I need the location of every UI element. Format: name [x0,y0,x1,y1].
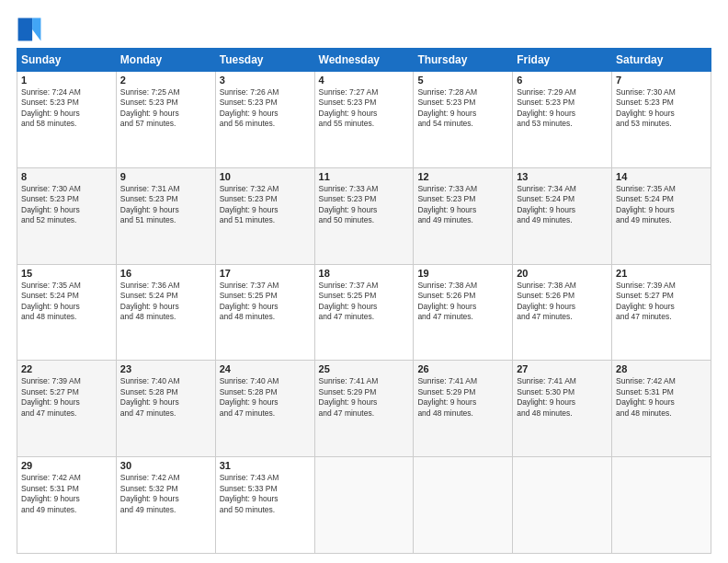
day-number: 30 [120,460,211,471]
sunset-label: Sunset: 5:23 PM [120,194,178,203]
calendar-cell: 12 Sunrise: 7:33 AM Sunset: 5:23 PM Dayl… [414,167,513,264]
day-info: Sunrise: 7:37 AM Sunset: 5:25 PM Dayligh… [319,281,410,323]
sunset-label: Sunset: 5:33 PM [220,484,278,493]
day-number: 20 [517,268,608,279]
sunset-label: Sunset: 5:23 PM [21,194,79,203]
day-number: 24 [220,363,311,374]
day-info: Sunrise: 7:37 AM Sunset: 5:25 PM Dayligh… [220,281,311,323]
daylight-label: Daylight: 9 hours [120,397,179,407]
daylight-minutes: and 48 minutes. [120,312,176,321]
daylight-label: Daylight: 9 hours [220,109,279,118]
calendar-cell: 16 Sunrise: 7:36 AM Sunset: 5:24 PM Dayl… [116,264,215,361]
day-number: 14 [616,171,707,182]
header-cell-wednesday: Wednesday [314,49,414,72]
calendar-cell: 30 Sunrise: 7:42 AM Sunset: 5:32 PM Dayl… [116,457,215,554]
daylight-label: Daylight: 9 hours [319,205,378,214]
sunset-label: Sunset: 5:23 PM [319,98,377,107]
daylight-label: Daylight: 9 hours [517,397,575,407]
sunset-label: Sunset: 5:27 PM [616,291,674,300]
sunset-label: Sunset: 5:28 PM [120,387,178,396]
daylight-minutes: and 47 minutes. [120,408,176,418]
sunset-label: Sunset: 5:24 PM [517,194,574,203]
sunrise-label: Sunrise: 7:29 AM [517,87,576,97]
calendar-cell: 9 Sunrise: 7:31 AM Sunset: 5:23 PM Dayli… [116,167,215,264]
day-number: 31 [220,460,311,471]
day-info: Sunrise: 7:41 AM Sunset: 5:29 PM Dayligh… [319,376,410,419]
sunset-label: Sunset: 5:31 PM [21,484,79,493]
daylight-minutes: and 48 minutes. [220,312,275,321]
day-info: Sunrise: 7:36 AM Sunset: 5:24 PM Dayligh… [120,281,211,323]
daylight-minutes: and 48 minutes. [21,312,76,321]
daylight-minutes: and 47 minutes. [220,408,275,418]
day-number: 18 [319,268,410,279]
header [17,17,711,42]
sunset-label: Sunset: 5:28 PM [220,387,278,396]
calendar-body: 1 Sunrise: 7:24 AM Sunset: 5:23 PM Dayli… [17,72,711,554]
day-info: Sunrise: 7:32 AM Sunset: 5:23 PM Dayligh… [220,184,311,226]
day-number: 28 [616,363,707,374]
daylight-label: Daylight: 9 hours [120,302,179,311]
daylight-minutes: and 49 minutes. [616,215,671,224]
day-info: Sunrise: 7:25 AM Sunset: 5:23 PM Dayligh… [120,87,211,130]
calendar-week-1: 1 Sunrise: 7:24 AM Sunset: 5:23 PM Dayli… [17,72,711,168]
calendar-cell: 29 Sunrise: 7:42 AM Sunset: 5:31 PM Dayl… [17,457,117,554]
daylight-minutes: and 58 minutes. [21,119,76,128]
sunrise-label: Sunrise: 7:41 AM [417,376,477,385]
calendar-cell: 15 Sunrise: 7:35 AM Sunset: 5:24 PM Dayl… [17,264,117,361]
daylight-label: Daylight: 9 hours [319,302,378,311]
sunrise-label: Sunrise: 7:26 AM [220,87,279,97]
daylight-label: Daylight: 9 hours [616,302,675,311]
header-cell-saturday: Saturday [612,49,711,72]
day-number: 17 [220,268,311,279]
day-info: Sunrise: 7:30 AM Sunset: 5:23 PM Dayligh… [616,87,707,130]
daylight-minutes: and 53 minutes. [616,119,671,128]
sunrise-label: Sunrise: 7:24 AM [21,87,81,97]
daylight-label: Daylight: 9 hours [417,302,476,311]
daylight-label: Daylight: 9 hours [616,109,675,118]
sunrise-label: Sunrise: 7:34 AM [517,184,576,193]
day-number: 12 [417,171,508,182]
day-info: Sunrise: 7:42 AM Sunset: 5:32 PM Dayligh… [120,473,211,515]
daylight-label: Daylight: 9 hours [517,109,575,118]
sunrise-label: Sunrise: 7:35 AM [616,184,676,193]
day-info: Sunrise: 7:34 AM Sunset: 5:24 PM Dayligh… [517,184,608,226]
calendar-cell: 4 Sunrise: 7:27 AM Sunset: 5:23 PM Dayli… [314,72,414,168]
sunrise-label: Sunrise: 7:41 AM [319,376,379,385]
calendar-cell [314,457,414,554]
calendar-cell: 5 Sunrise: 7:28 AM Sunset: 5:23 PM Dayli… [414,72,513,168]
sunrise-label: Sunrise: 7:37 AM [319,281,379,290]
sunset-label: Sunset: 5:23 PM [417,98,475,107]
calendar-cell: 26 Sunrise: 7:41 AM Sunset: 5:29 PM Dayl… [414,361,513,457]
sunset-label: Sunset: 5:24 PM [21,291,79,300]
day-info: Sunrise: 7:35 AM Sunset: 5:24 PM Dayligh… [21,281,112,323]
daylight-label: Daylight: 9 hours [21,302,80,311]
day-number: 7 [616,75,707,86]
daylight-label: Daylight: 9 hours [120,109,179,118]
sunset-label: Sunset: 5:29 PM [417,387,475,396]
sunrise-label: Sunrise: 7:40 AM [120,376,180,385]
calendar-table: SundayMondayTuesdayWednesdayThursdayFrid… [17,48,711,554]
day-info: Sunrise: 7:41 AM Sunset: 5:30 PM Dayligh… [517,376,608,419]
daylight-label: Daylight: 9 hours [21,397,80,407]
sunrise-label: Sunrise: 7:38 AM [417,281,477,290]
day-info: Sunrise: 7:40 AM Sunset: 5:28 PM Dayligh… [120,376,211,419]
day-number: 22 [21,363,112,374]
day-number: 25 [319,363,410,374]
calendar-cell: 23 Sunrise: 7:40 AM Sunset: 5:28 PM Dayl… [116,361,215,457]
calendar-cell: 7 Sunrise: 7:30 AM Sunset: 5:23 PM Dayli… [612,72,711,168]
daylight-minutes: and 57 minutes. [120,119,176,128]
day-info: Sunrise: 7:39 AM Sunset: 5:27 PM Dayligh… [21,376,112,419]
calendar-week-2: 8 Sunrise: 7:30 AM Sunset: 5:23 PM Dayli… [17,167,711,264]
calendar-cell: 21 Sunrise: 7:39 AM Sunset: 5:27 PM Dayl… [612,264,711,361]
daylight-minutes: and 50 minutes. [319,215,374,224]
day-number: 13 [517,171,608,182]
day-info: Sunrise: 7:43 AM Sunset: 5:33 PM Dayligh… [220,473,311,515]
sunset-label: Sunset: 5:25 PM [220,291,278,300]
day-info: Sunrise: 7:27 AM Sunset: 5:23 PM Dayligh… [319,87,410,130]
calendar-cell: 11 Sunrise: 7:33 AM Sunset: 5:23 PM Dayl… [314,167,414,264]
calendar-cell: 1 Sunrise: 7:24 AM Sunset: 5:23 PM Dayli… [17,72,117,168]
header-cell-friday: Friday [513,49,612,72]
daylight-label: Daylight: 9 hours [319,109,378,118]
day-info: Sunrise: 7:42 AM Sunset: 5:31 PM Dayligh… [616,376,707,419]
sunrise-label: Sunrise: 7:31 AM [120,184,180,193]
